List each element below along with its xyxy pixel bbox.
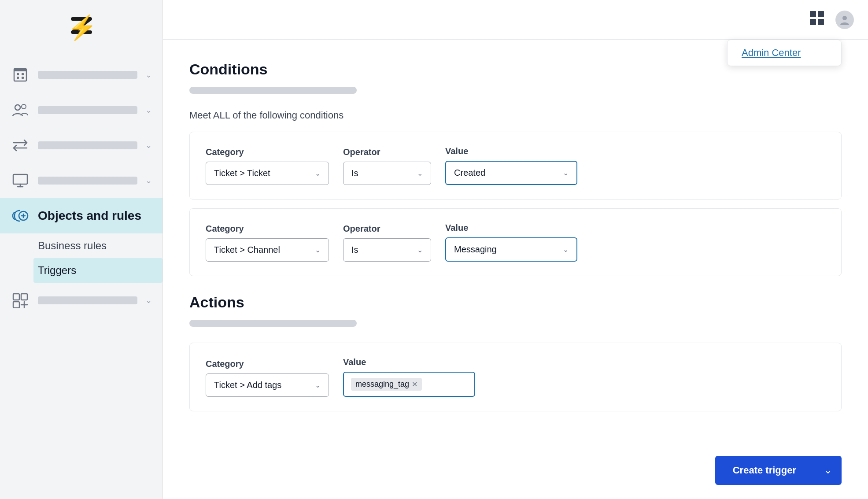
- operator-select-1[interactable]: Is ⌄: [343, 162, 431, 185]
- chevron-icon: ⌄: [145, 105, 152, 115]
- operator-value-2: Is: [351, 245, 358, 255]
- svg-point-8: [22, 104, 26, 109]
- admin-center-dropdown: Admin Center: [727, 40, 842, 66]
- svg-rect-15: [818, 11, 824, 17]
- action-tag-input[interactable]: messaging_tag ✕: [343, 372, 475, 397]
- svg-rect-12: [21, 294, 27, 300]
- sidebar-item-building[interactable]: ⌄: [0, 57, 163, 92]
- svg-rect-6: [14, 69, 26, 71]
- svg-rect-5: [22, 77, 24, 79]
- svg-rect-11: [13, 294, 19, 300]
- chevron-icon: ⌄: [145, 140, 152, 150]
- chevron-down-icon: ⌄: [563, 169, 569, 177]
- condition-card-2: Category Ticket > Channel ⌄ Operator Is …: [189, 208, 842, 276]
- svg-rect-3: [22, 73, 24, 75]
- sidebar-nav: ⌄ ⌄: [0, 57, 163, 499]
- objects-rules-label: Objects and rules: [38, 209, 141, 223]
- action-value-label: Value: [343, 357, 475, 367]
- svg-point-7: [15, 105, 20, 110]
- main-content: Admin Center Conditions Meet ALL of the …: [163, 0, 868, 499]
- nav-label-bar: [38, 177, 137, 185]
- sub-nav-triggers[interactable]: Triggers: [33, 258, 163, 283]
- svg-rect-17: [818, 19, 824, 25]
- grid-icon[interactable]: [809, 10, 825, 29]
- action-card-1: Category Ticket > Add tags ⌄ Value messa…: [189, 343, 842, 411]
- category-label-2: Category: [206, 224, 329, 234]
- svg-rect-9: [13, 174, 27, 184]
- user-avatar-icon[interactable]: [835, 11, 854, 29]
- tag-chip-remove-icon[interactable]: ✕: [412, 380, 417, 388]
- chevron-down-icon: ⌄: [563, 245, 569, 254]
- action-category-select[interactable]: Ticket > Add tags ⌄: [206, 373, 329, 397]
- sidebar-item-objects[interactable]: Objects and rules: [0, 198, 163, 233]
- nav-label-bar: [38, 106, 137, 114]
- tag-chip: messaging_tag ✕: [351, 378, 422, 391]
- value-field-2: Value Messaging ⌄: [445, 223, 577, 262]
- building-icon: [11, 65, 30, 85]
- category-field-2: Category Ticket > Channel ⌄: [206, 224, 329, 262]
- create-trigger-button[interactable]: Create trigger: [715, 456, 814, 485]
- chevron-icon: ⌄: [145, 296, 152, 305]
- svg-rect-2: [17, 73, 19, 75]
- action-category-label: Category: [206, 359, 329, 369]
- action-category-field: Category Ticket > Add tags ⌄: [206, 359, 329, 397]
- sidebar-item-transfer[interactable]: ⌄: [0, 128, 163, 163]
- conditions-section: Conditions Meet ALL of the following con…: [189, 61, 842, 276]
- sidebar-logo: ⚡: [0, 0, 163, 57]
- topbar: Admin Center: [163, 0, 868, 40]
- tag-chip-label: messaging_tag: [355, 380, 409, 389]
- sidebar-item-monitor[interactable]: ⌄: [0, 163, 163, 198]
- nav-label-bar: [38, 296, 137, 304]
- operator-select-2[interactable]: Is ⌄: [343, 238, 431, 262]
- category-value-2: Ticket > Channel: [214, 245, 280, 255]
- value-label-2: Value: [445, 223, 577, 233]
- nav-label-bar: [38, 71, 137, 79]
- content-area: Conditions Meet ALL of the following con…: [163, 40, 868, 499]
- category-label-1: Category: [206, 147, 329, 157]
- admin-center-link[interactable]: Admin Center: [742, 47, 801, 58]
- chevron-icon: ⌄: [145, 70, 152, 80]
- chevron-down-icon: ⌄: [315, 246, 321, 254]
- svg-rect-16: [810, 19, 816, 25]
- actions-title: Actions: [189, 294, 842, 311]
- category-select-2[interactable]: Ticket > Channel ⌄: [206, 238, 329, 262]
- value-select-2[interactable]: Messaging ⌄: [445, 237, 577, 262]
- svg-text:⚡: ⚡: [67, 15, 97, 41]
- operator-field-2: Operator Is ⌄: [343, 224, 431, 262]
- zendesk-logo: ⚡: [64, 15, 99, 41]
- sub-nav-business-rules[interactable]: Business rules: [38, 233, 163, 258]
- topbar-icons: [809, 10, 854, 29]
- sub-nav: Business rules Triggers: [0, 233, 163, 283]
- objects-icon: [11, 206, 30, 225]
- chevron-icon: ⌄: [145, 176, 152, 185]
- apps-icon: [11, 291, 30, 310]
- operator-value-1: Is: [351, 168, 358, 178]
- svg-point-18: [842, 16, 847, 20]
- sidebar-item-apps[interactable]: ⌄: [0, 283, 163, 318]
- create-trigger-dropdown-button[interactable]: ⌄: [814, 456, 842, 485]
- condition-card-1: Category Ticket > Ticket ⌄ Operator Is ⌄: [189, 132, 842, 200]
- footer-actions: Create trigger ⌄: [715, 456, 842, 485]
- conditions-bar: [189, 87, 357, 94]
- chevron-down-icon: ⌄: [315, 381, 321, 389]
- conditions-subtitle: Meet ALL of the following conditions: [189, 110, 842, 121]
- transfer-icon: [11, 136, 30, 155]
- operator-field-1: Operator Is ⌄: [343, 147, 431, 185]
- value-select-1[interactable]: Created ⌄: [445, 161, 577, 185]
- operator-label-2: Operator: [343, 224, 431, 234]
- category-field-1: Category Ticket > Ticket ⌄: [206, 147, 329, 185]
- nav-label-bar: [38, 141, 137, 149]
- condition-row-2: Category Ticket > Channel ⌄ Operator Is …: [206, 223, 825, 262]
- action-row-1: Category Ticket > Add tags ⌄ Value messa…: [206, 357, 825, 397]
- category-select-1[interactable]: Ticket > Ticket ⌄: [206, 162, 329, 185]
- chevron-down-icon: ⌄: [417, 246, 423, 254]
- actions-section: Actions Category Ticket > Add tags ⌄ Val…: [189, 294, 842, 411]
- condition-row-1: Category Ticket > Ticket ⌄ Operator Is ⌄: [206, 146, 825, 185]
- value-label-1: Value: [445, 146, 577, 156]
- svg-rect-13: [13, 302, 19, 308]
- action-category-value: Ticket > Add tags: [214, 380, 281, 390]
- operator-label-1: Operator: [343, 147, 431, 157]
- chevron-down-icon: ⌄: [417, 169, 423, 177]
- sidebar-item-people[interactable]: ⌄: [0, 92, 163, 128]
- actions-bar: [189, 320, 357, 327]
